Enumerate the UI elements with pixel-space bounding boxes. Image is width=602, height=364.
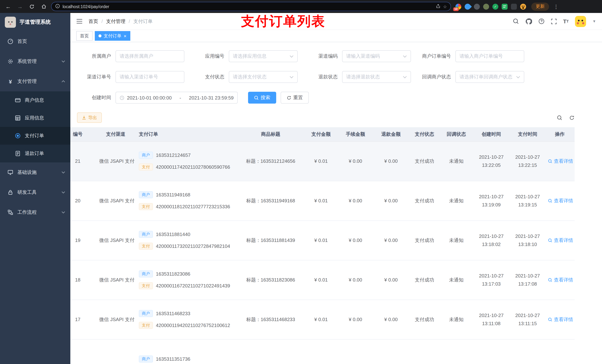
pay-amount: ¥ 0.01	[304, 300, 338, 339]
browser-forward-icon[interactable]: →	[16, 2, 24, 11]
create-time-range-picker[interactable]: 2021-10-01 00:00:00 - 2021-10-31 23:59:5…	[116, 92, 238, 104]
pay-status-select[interactable]: 请选择支付状态	[229, 71, 298, 83]
app-select[interactable]: 请选择应用信息	[229, 50, 298, 62]
pay-order-cell: 商户 1635311881440 支付 42000011732021102728…	[135, 220, 237, 260]
browser-back-icon[interactable]: ←	[4, 2, 13, 11]
sidebar-item-dev-tools[interactable]: 研发工具	[0, 182, 70, 202]
chevron-down-icon	[62, 60, 65, 62]
extension-icon-colorful[interactable]: 10	[455, 3, 461, 10]
pay-status: 支付成功	[409, 300, 440, 339]
view-detail-link[interactable]: 查看详情	[548, 316, 573, 323]
sidebar-item-pay-order[interactable]: 支付订单	[0, 127, 70, 145]
help-icon[interactable]	[538, 18, 545, 24]
yen-icon: ¥	[7, 79, 13, 84]
breadcrumb-separator: /	[101, 19, 103, 24]
user-avatar[interactable]	[575, 16, 586, 27]
url-bar[interactable]: localhost:1024/pay/order ☆	[51, 2, 451, 11]
chevron-down-icon	[62, 211, 65, 213]
sidebar-item-app-info[interactable]: 应用信息	[0, 109, 70, 127]
table-row[interactable]: 17 微信 JSAPI 支付 商户 1635311468233 支付 42000…	[70, 300, 575, 339]
export-button[interactable]: 导出	[77, 113, 102, 123]
tab-label: 首页	[80, 33, 89, 39]
channel-order-no-input[interactable]: 请输入渠道订单号	[116, 71, 184, 83]
fullscreen-icon[interactable]	[551, 18, 557, 24]
chevron-down-icon	[403, 55, 407, 58]
browser-menu-icon[interactable]: ⋮	[553, 3, 559, 10]
view-detail-link[interactable]: 查看详情	[548, 197, 573, 204]
breadcrumb-pay[interactable]: 支付管理	[106, 18, 125, 25]
bookmark-star-icon[interactable]: ☆	[443, 4, 447, 9]
reset-button-label: 重置	[293, 94, 303, 101]
search-icon[interactable]	[513, 18, 519, 24]
column-header: 操作	[545, 127, 575, 141]
extension-icon-dark[interactable]	[474, 3, 480, 10]
extension-icon-olive[interactable]	[483, 3, 489, 10]
extension-icon-check[interactable]: ✓	[492, 3, 498, 10]
pay-status: 支付成功	[409, 260, 440, 300]
tab-home[interactable]: 首页	[76, 31, 93, 41]
filter-label: 回调商户状态	[417, 74, 455, 80]
table-row[interactable]: 18 微信 JSAPI 支付 商户 1635311823086 支付 42000…	[70, 260, 575, 300]
column-header: 支付金额	[304, 127, 338, 141]
column-header: 创建时间	[473, 127, 510, 141]
sidebar-item-home[interactable]: 首页	[0, 31, 70, 52]
tab-close-icon[interactable]: ×	[124, 33, 127, 38]
create-time: 2021-10-2713:17:03	[473, 260, 510, 300]
merchant-select[interactable]: 请选择所属商户	[116, 50, 184, 62]
browser-update-button[interactable]: 更新	[531, 2, 549, 10]
site-info-icon[interactable]	[55, 4, 60, 9]
sidebar-item-system[interactable]: 系统管理	[0, 52, 70, 71]
search-button[interactable]: 搜索	[248, 92, 276, 104]
fee-amount: ¥ 0.00	[338, 260, 373, 300]
pay-order-cell: 商户 1635312124657 支付 42000011742021102780…	[135, 141, 237, 181]
sidebar-item-pay[interactable]: ¥ 支付管理	[0, 71, 70, 91]
refund-status-select[interactable]: 请选择退款状态	[342, 71, 411, 83]
sidebar-item-refund-order[interactable]: 退款订单	[0, 145, 70, 162]
font-size-icon[interactable]: TT	[563, 19, 569, 24]
notify-status-select[interactable]: 请选择订单回调商户状态	[455, 71, 524, 83]
card-icon	[15, 97, 21, 103]
table-row[interactable]: 商户1635311351736	[70, 339, 575, 364]
extension-icon-chat[interactable]	[502, 3, 508, 10]
table-row[interactable]: 19 微信 JSAPI 支付 商户 1635311881440 支付 42000…	[70, 220, 575, 260]
sidebar-item-label: 应用信息	[25, 115, 44, 121]
placeholder: 请输入渠道编码	[346, 53, 400, 60]
extension-icon-drop[interactable]	[463, 2, 472, 10]
view-detail-link[interactable]: 查看详情	[548, 237, 573, 244]
merchant-order-no-input[interactable]: 请输入商户订单编号	[455, 50, 524, 62]
merchant-order-no: 1635312124657	[156, 152, 191, 158]
refund-amount: ¥ 0.00	[373, 300, 409, 339]
avatar-caret-icon[interactable]: ▼	[592, 19, 596, 23]
table-row[interactable]: 21 微信 JSAPI 支付 商户 1635312124657 支付 42000…	[70, 141, 575, 181]
pay-time: 2021-10-2713:19:15	[510, 181, 545, 220]
channel-code-select[interactable]: 请输入渠道编码	[342, 50, 411, 62]
table-row[interactable]: 20 微信 JSAPI 支付 商户 1635311949168 支付 42000…	[70, 181, 575, 220]
refresh-table-icon[interactable]	[569, 115, 575, 120]
pay-tag: 支付	[139, 243, 153, 250]
app-logo-row[interactable]: 芋道管理系统	[0, 13, 70, 31]
reset-button[interactable]: 重置	[281, 92, 309, 104]
date-end: 2021-10-31 23:59:59	[189, 95, 234, 100]
sidebar-item-infra[interactable]: 基础设施	[0, 162, 70, 182]
view-detail-link[interactable]: 查看详情	[548, 277, 573, 283]
breadcrumb-home[interactable]: 首页	[88, 18, 98, 25]
sidebar-item-label: 基础设施	[17, 169, 37, 176]
github-icon[interactable]	[525, 18, 532, 25]
profile-avatar-icon[interactable]	[520, 3, 526, 10]
column-header: 退款金额	[373, 127, 409, 141]
url-text[interactable]: localhost:1024/pay/order	[63, 4, 433, 9]
sidebar-item-workflow[interactable]: 工作流程	[0, 202, 70, 222]
toggle-search-icon[interactable]	[557, 115, 562, 120]
browser-home-icon[interactable]	[39, 2, 48, 11]
placeholder: 请选择应用信息	[233, 53, 287, 60]
browser-reload-icon[interactable]	[27, 2, 36, 11]
view-detail-link[interactable]: 查看详情	[548, 158, 573, 165]
extensions-puzzle-icon[interactable]	[511, 3, 517, 10]
column-header: 商品标题	[237, 127, 304, 141]
sidebar-collapse-icon[interactable]	[76, 19, 83, 24]
share-icon[interactable]	[436, 4, 441, 9]
filter-label: 应用编号	[190, 53, 229, 60]
sidebar-item-merchant-info[interactable]: 商户信息	[0, 91, 70, 109]
tab-pay-order[interactable]: 支付订单 ×	[95, 31, 130, 41]
column-header: 支付渠道	[96, 127, 135, 141]
